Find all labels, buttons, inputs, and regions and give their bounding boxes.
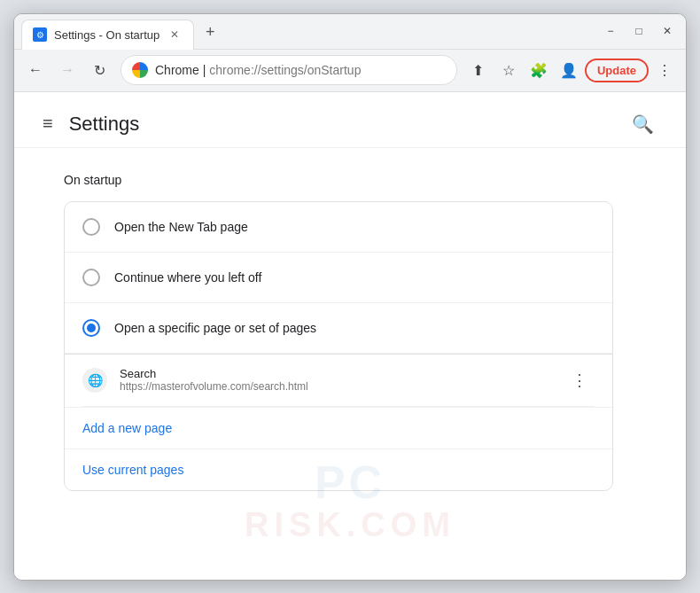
content-area: ≡ Settings 🔍 On startup Open the New Tab…: [14, 92, 686, 580]
site-name: Search: [120, 367, 552, 380]
refresh-button[interactable]: ↻: [85, 56, 113, 84]
add-new-page-link[interactable]: Add a new page: [82, 421, 172, 435]
toolbar-actions: ⬆ ☆ 🧩 👤 Update ⋮: [464, 56, 679, 84]
option-label-1: Open the New Tab page: [114, 220, 248, 234]
back-button[interactable]: ←: [21, 56, 50, 84]
window-minimize-button[interactable]: −: [599, 21, 622, 41]
profile-button[interactable]: 👤: [555, 56, 583, 84]
startup-urls-section: 🌐 Search https://masterofvolume.com/sear…: [65, 354, 612, 407]
site-info: Search https://masterofvolume.com/search…: [120, 367, 552, 393]
site-security-icon: [132, 62, 148, 78]
more-button[interactable]: ⋮: [650, 56, 679, 84]
option-label-3: Open a specific page or set of pages: [114, 321, 316, 335]
section-title: On startup: [64, 173, 636, 187]
settings-content: On startup Open the New Tab page Continu…: [14, 148, 686, 516]
settings-header: ≡ Settings 🔍: [14, 92, 686, 148]
title-bar: ⚙ Settings - On startup ✕ + − □ ✕: [14, 14, 686, 50]
add-page-row: Add a new page: [65, 407, 612, 449]
settings-search-button[interactable]: 🔍: [625, 110, 661, 138]
use-current-row: Use current pages: [65, 449, 612, 490]
tab-close-button[interactable]: ✕: [167, 27, 183, 43]
radio-option-1[interactable]: [82, 218, 100, 236]
share-button[interactable]: ⬆: [464, 56, 493, 84]
forward-button[interactable]: →: [53, 56, 82, 84]
update-button[interactable]: Update: [585, 59, 649, 82]
window-close-button[interactable]: ✕: [656, 21, 679, 41]
site-favicon: 🌐: [82, 368, 107, 393]
option-label-2: Continue where you left off: [114, 270, 261, 285]
page-title: Settings: [69, 113, 140, 136]
address-url: chrome://settings/onStartup: [209, 63, 361, 77]
settings-title-row: ≡ Settings: [39, 110, 139, 137]
address-bar[interactable]: Chrome | chrome://settings/onStartup: [121, 55, 457, 85]
extensions-button[interactable]: 🧩: [525, 56, 553, 84]
radio-option-3[interactable]: [82, 319, 100, 337]
new-tab-button[interactable]: +: [198, 20, 222, 45]
site-url: https://masterofvolume.com/search.html: [120, 380, 552, 393]
option-row-1[interactable]: Open the New Tab page: [65, 202, 612, 253]
tab-title: Settings - On startup: [54, 28, 159, 42]
address-text: Chrome | chrome://settings/onStartup: [155, 63, 446, 77]
content-wrapper: ≡ Settings 🔍 On startup Open the New Tab…: [14, 92, 686, 580]
options-card: Open the New Tab page Continue where you…: [64, 201, 613, 491]
toolbar: ← → ↻ Chrome | chrome://settings/onStart…: [14, 50, 686, 92]
tab-favicon: ⚙: [33, 27, 47, 42]
use-current-pages-link[interactable]: Use current pages: [82, 463, 183, 477]
url-more-button[interactable]: ⋮: [564, 367, 595, 394]
radio-checked-indicator: [87, 324, 96, 332]
address-domain: Chrome: [155, 63, 199, 77]
window-controls: − □ ✕: [599, 21, 679, 41]
option-row-3[interactable]: Open a specific page or set of pages: [65, 303, 612, 354]
menu-icon-button[interactable]: ≡: [39, 110, 57, 137]
startup-url-row: 🌐 Search https://masterofvolume.com/sear…: [82, 355, 595, 407]
active-tab[interactable]: ⚙ Settings - On startup ✕: [21, 20, 194, 50]
radio-option-2[interactable]: [82, 269, 100, 286]
option-row-2[interactable]: Continue where you left off: [65, 253, 612, 303]
settings-page: ≡ Settings 🔍 On startup Open the New Tab…: [14, 92, 686, 580]
window-maximize-button[interactable]: □: [627, 21, 650, 41]
bookmark-button[interactable]: ☆: [494, 56, 523, 84]
